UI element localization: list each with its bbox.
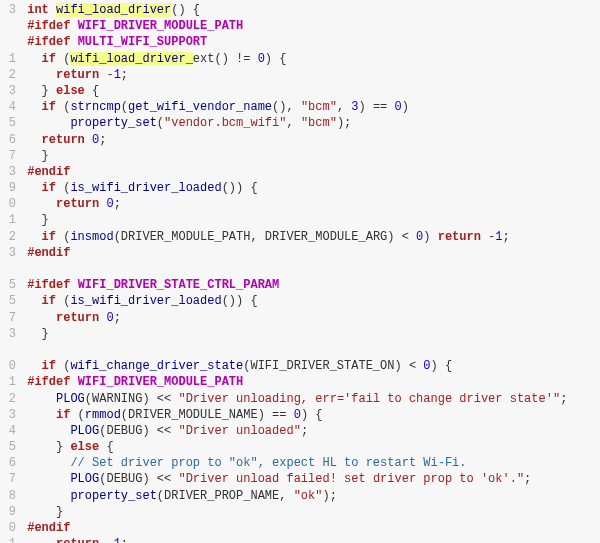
code-content: #endif [20, 520, 600, 536]
code-line: 9 if (is_wifi_driver_loaded()) { [0, 180, 600, 196]
token: # [20, 165, 34, 179]
line-number: 5 [0, 115, 20, 131]
token: ; [99, 133, 106, 147]
token: else [56, 84, 85, 98]
code-content: if (wifi_load_driver_ext() != 0) { [20, 51, 600, 67]
code-content: property_set(DRIVER_PROP_NAME, "ok"); [20, 488, 600, 504]
token: "bcm" [301, 100, 337, 114]
code-content: } [20, 326, 600, 342]
code-content: #ifdef WIFI_DRIVER_MODULE_PATH [20, 18, 600, 34]
line-number: 7 [0, 471, 20, 487]
token [20, 197, 56, 211]
code-content: #endif [20, 164, 600, 180]
code-content: PLOG(DEBUG) << "Driver unloaded"; [20, 423, 600, 439]
token: ( [56, 100, 70, 114]
token: ( [56, 52, 70, 66]
token: "bcm" [301, 116, 337, 130]
token: (WIFI_DRIVER_STATE_ON) < [243, 359, 423, 373]
token: (DRIVER_PROP_NAME, [157, 489, 294, 503]
code-line: 4 PLOG(DEBUG) << "Driver unloaded"; [0, 423, 600, 439]
token: PLOG [70, 472, 99, 486]
token: if [42, 181, 56, 195]
code-line: 1 return -1; [0, 536, 600, 543]
code-line: 3 #endif [0, 164, 600, 180]
line-number: 6 [0, 455, 20, 471]
code-content: if (wifi_change_driver_state(WIFI_DRIVER… [20, 358, 600, 374]
token [20, 359, 42, 373]
token: (DRIVER_MODULE_NAME) == [121, 408, 294, 422]
token: "Driver unloaded" [178, 424, 300, 438]
line-number: 4 [0, 99, 20, 115]
token: return [56, 537, 99, 543]
line-number: 2 [0, 229, 20, 245]
token: { [99, 440, 113, 454]
token [20, 133, 42, 147]
token: , [337, 100, 351, 114]
token: endif [34, 246, 70, 260]
token: is_wifi_driver_loaded [70, 181, 221, 195]
line-number [0, 34, 20, 50]
token: PLOG [56, 392, 85, 406]
token [20, 294, 42, 308]
token: MULTI_WIFI_SUPPORT [78, 35, 208, 49]
token: if [42, 359, 56, 373]
token: # [20, 246, 34, 260]
token: return [42, 133, 85, 147]
code-line: 3 } else { [0, 83, 600, 99]
token: int [27, 3, 49, 17]
code-content: int wifi_load_driver() { [20, 2, 600, 18]
token: 3 [351, 100, 358, 114]
token: 1 [114, 537, 121, 543]
token: is_wifi_driver_loaded [70, 294, 221, 308]
token: ; [114, 197, 121, 211]
token [20, 68, 56, 82]
token: endif [34, 165, 70, 179]
token [20, 456, 70, 470]
token: } [20, 213, 49, 227]
token: property_set [70, 489, 156, 503]
code-line: 8 property_set(DRIVER_PROP_NAME, "ok"); [0, 488, 600, 504]
token: WIFI_DRIVER_STATE_CTRL_PARAM [78, 278, 280, 292]
token: "ok" [294, 489, 323, 503]
line-number: 3 [0, 83, 20, 99]
token [20, 181, 42, 195]
code-line: 3 #endif [0, 245, 600, 261]
token: "vendor.bcm_wifi" [164, 116, 286, 130]
line-number: 9 [0, 504, 20, 520]
code-line: 7 } [0, 148, 600, 164]
code-line: 7 return 0; [0, 310, 600, 326]
line-number: 5 [0, 439, 20, 455]
token: PLOG [70, 424, 99, 438]
line-number: 4 [0, 423, 20, 439]
token: ) { [430, 359, 452, 373]
code-content [20, 261, 600, 277]
code-content: return 0; [20, 196, 600, 212]
code-line: 9 } [0, 504, 600, 520]
code-line: #ifdef MULTI_WIFI_SUPPORT [0, 34, 600, 50]
line-number [0, 342, 20, 358]
token: 0 [258, 52, 265, 66]
code-line: 2 PLOG(WARNING) << "Driver unloading, er… [0, 391, 600, 407]
token: (WARNING) << [85, 392, 179, 406]
code-line: 3 if (rmmod(DRIVER_MODULE_NAME) == 0) { [0, 407, 600, 423]
code-line: 3 } [0, 326, 600, 342]
token: # [20, 375, 34, 389]
token: ifdef [34, 35, 70, 49]
code-content: } [20, 148, 600, 164]
token: ext() != [193, 52, 258, 66]
token: WIFI_DRIVER_MODULE_PATH [78, 375, 244, 389]
token: wifi_change_driver_state [70, 359, 243, 373]
code-line: 4 if (strncmp(get_wifi_vendor_name(), "b… [0, 99, 600, 115]
code-line: 2 return -1; [0, 67, 600, 83]
code-editor[interactable]: 3 int wifi_load_driver() { #ifdef WIFI_D… [0, 0, 600, 543]
line-number: 9 [0, 180, 20, 196]
code-content: if (is_wifi_driver_loaded()) { [20, 180, 600, 196]
line-number: 5 [0, 277, 20, 293]
line-number: 1 [0, 51, 20, 67]
token [20, 311, 56, 325]
token: 1 [495, 230, 502, 244]
token: if [42, 100, 56, 114]
token: - [99, 68, 113, 82]
token: "Driver unload failed! set driver prop t… [178, 472, 524, 486]
token: 1 [114, 68, 121, 82]
